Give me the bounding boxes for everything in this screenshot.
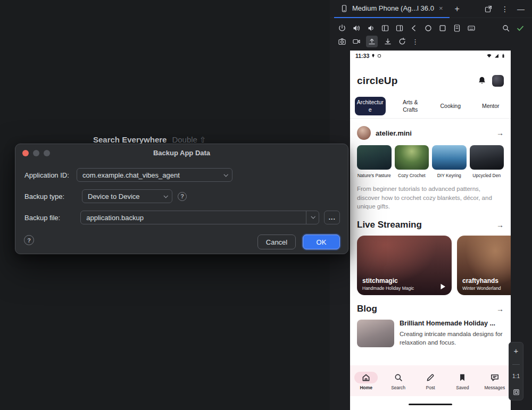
phone-screen: 11:33 circleUp Architecture Arts & Cr: [350, 51, 511, 410]
nav-item-messages[interactable]: Messages: [479, 372, 511, 390]
stream-name: stitchmagic: [362, 277, 414, 285]
nav-item-post[interactable]: Post: [414, 372, 446, 390]
craft-card[interactable]: Upcycled Den: [470, 145, 504, 178]
application-id-select[interactable]: com.example.chat_vibes_agent: [77, 168, 232, 182]
volume-up-icon[interactable]: [352, 24, 361, 33]
backup-type-value: Device to Device: [88, 193, 140, 200]
chevron-down-icon: [163, 194, 168, 198]
tab-architecture[interactable]: Architecture: [350, 94, 390, 118]
nav-item-home[interactable]: Home: [350, 372, 382, 390]
emulator-tab-bar: Medium Phone (Ag...l 36.0 × + ⋮ —: [330, 0, 532, 18]
ok-button[interactable]: OK: [303, 235, 340, 249]
zoom-controls: + 1:1: [509, 342, 523, 400]
open-in-window-icon[interactable]: [484, 4, 493, 13]
zoom-search-icon[interactable]: [501, 24, 510, 33]
tab-close-icon[interactable]: ×: [438, 4, 444, 12]
stream-card[interactable]: stitchmagic Handmade Holiday Magic: [357, 236, 452, 295]
profile-row[interactable]: atelier.mini →: [350, 126, 511, 140]
blog-post-image: [357, 320, 394, 347]
app-status-icon: [377, 54, 381, 58]
zoom-in-button[interactable]: +: [514, 346, 519, 355]
chevron-down-icon: [223, 172, 228, 177]
nav-home-icon[interactable]: [423, 24, 433, 33]
nav-label: Post: [426, 385, 435, 390]
signal-icon: [494, 53, 500, 58]
power-icon[interactable]: [337, 24, 346, 33]
live-streaming-arrow-icon[interactable]: →: [496, 221, 504, 229]
craft-card-label: Cozy Crochet: [395, 173, 429, 178]
nav-back-icon[interactable]: [409, 24, 418, 33]
play-icon[interactable]: [438, 282, 447, 291]
combo-dropdown-button[interactable]: [306, 211, 319, 224]
blog-arrow-icon[interactable]: →: [496, 305, 504, 313]
backup-file-value: application.backup: [86, 214, 144, 222]
craft-card[interactable]: Cozy Crochet: [395, 145, 429, 178]
new-tab-button[interactable]: +: [455, 4, 460, 14]
tab-cooking[interactable]: Cooking: [430, 94, 471, 118]
panel-window-controls: ⋮ —: [484, 4, 532, 13]
snapshot-reset-icon[interactable]: [397, 37, 406, 46]
craft-cards-row: Nature's Pasture Cozy Crochet DIY Keyrin…: [350, 145, 511, 178]
fit-to-screen-icon[interactable]: [512, 388, 520, 396]
blog-post-excerpt: Creating intricate mandala designs for r…: [400, 330, 504, 347]
nav-item-saved[interactable]: Saved: [446, 372, 478, 390]
status-time: 11:33: [355, 53, 369, 59]
user-avatar[interactable]: [492, 75, 504, 87]
backup-app-data-dialog: Backup App Data Application ID: com.exam…: [15, 144, 348, 254]
craft-card-image: [470, 145, 504, 170]
profile-arrow-icon[interactable]: →: [496, 129, 504, 137]
screenshot-camera-icon[interactable]: [337, 37, 346, 46]
fold-out-icon[interactable]: [395, 24, 404, 33]
nav-item-search[interactable]: Search: [382, 372, 414, 390]
toolbar-more-icon[interactable]: ⋮: [412, 38, 419, 46]
craft-card[interactable]: DIY Keyring: [432, 145, 467, 178]
zoom-ratio-label[interactable]: 1:1: [512, 373, 520, 379]
dialog-help-area: ?: [24, 235, 34, 245]
browse-file-button[interactable]: ...: [324, 211, 340, 224]
screenshot-page-icon[interactable]: [452, 24, 461, 33]
tab-label: Mentor: [475, 101, 506, 112]
application-id-label: Application ID:: [24, 171, 77, 179]
app-header: circleUp: [350, 73, 511, 89]
craft-card-label: Nature's Pasture: [357, 173, 392, 178]
cancel-button[interactable]: Cancel: [257, 235, 296, 249]
screen-record-icon[interactable]: [352, 37, 361, 46]
nav-overview-icon[interactable]: [438, 24, 447, 33]
craft-card-image: [357, 145, 392, 170]
restore-download-icon[interactable]: [383, 37, 392, 46]
panel-more-icon[interactable]: ⋮: [501, 5, 509, 13]
stream-name: craftyhands: [462, 277, 501, 285]
wifi-icon: [486, 53, 492, 58]
pencil-icon: [426, 373, 435, 382]
backup-type-label: Backup type:: [24, 193, 77, 200]
phone-status-bar: 11:33: [350, 51, 511, 61]
status-check-icon: [516, 24, 525, 33]
blog-post-item[interactable]: Brilliant Homemade Holiday ... Creating …: [350, 320, 511, 347]
tab-label: Cooking: [435, 101, 466, 112]
backup-upload-icon[interactable]: [366, 36, 378, 47]
backup-type-help-button[interactable]: ?: [178, 192, 187, 201]
live-streaming-header: Live Streaming →: [350, 220, 511, 230]
search-everywhere-label: Search Everywhere: [93, 135, 167, 144]
tab-mentor[interactable]: Mentor: [471, 94, 511, 118]
tab-arts-crafts[interactable]: Arts & Crafts: [390, 94, 431, 118]
volume-down-icon[interactable]: [366, 24, 375, 33]
profile-name: atelier.mini: [376, 129, 412, 137]
tab-label: Architecture: [355, 97, 386, 115]
backup-file-combo[interactable]: application.backup: [80, 211, 319, 224]
nav-label: Messages: [484, 385, 505, 390]
emulator-toolbar-row1: [330, 23, 532, 34]
craft-card[interactable]: Nature's Pasture: [357, 145, 392, 178]
notifications-bell-icon[interactable]: [477, 76, 487, 86]
gesture-bar[interactable]: [409, 404, 452, 405]
soft-keyboard-icon[interactable]: [467, 24, 476, 33]
dialog-help-button[interactable]: ?: [24, 235, 34, 245]
panel-minimize-icon[interactable]: —: [517, 5, 525, 13]
backup-type-select[interactable]: Device to Device: [82, 189, 172, 203]
stream-card[interactable]: craftyhands Winter Wonderland: [457, 236, 511, 295]
backup-file-label: Backup file:: [24, 214, 76, 222]
emulator-panel: Medium Phone (Ag...l 36.0 × + ⋮ —: [330, 0, 532, 410]
home-icon: [361, 373, 371, 382]
fold-in-icon[interactable]: [380, 24, 389, 33]
emulator-tab[interactable]: Medium Phone (Ag...l 36.0 ×: [334, 0, 450, 18]
